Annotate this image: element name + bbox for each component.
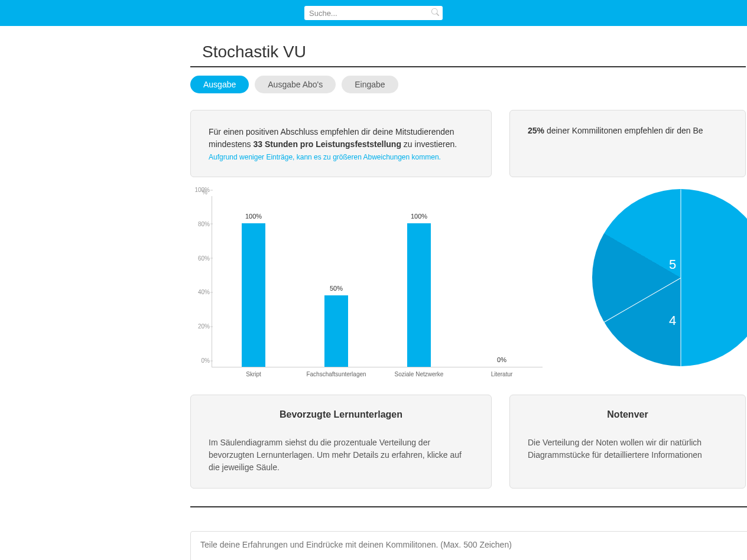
desc-card-left: Bevorzugte Lernunterlagen Im Säulendiagr… (190, 395, 492, 489)
rec-right-text: deiner Kommilitonen empfehlen dir den Be (544, 126, 703, 135)
bar-cat-2: Soziale Netzwerke (378, 371, 460, 377)
pie-divider-1 (681, 190, 681, 278)
bar-2[interactable]: 100% (407, 223, 431, 367)
tab-ausgabe-abos[interactable]: Ausgabe Abo's (255, 76, 336, 93)
bar-val-3: 0% (497, 356, 506, 363)
tab-ausgabe[interactable]: Ausgabe (190, 76, 249, 93)
bar-val-1: 50% (330, 285, 343, 292)
bar-col-0[interactable]: 100% Skript (212, 223, 295, 367)
y-tick-100: 100% (192, 187, 210, 193)
search-wrap (304, 6, 443, 20)
desc-text-left: Im Säulendiagramm siehst du die prozentu… (209, 437, 473, 474)
pie-divider-2 (681, 278, 681, 367)
y-tick-60: 60% (192, 255, 210, 261)
bar-col-1[interactable]: 50% Fachschaftsunterlagen (295, 295, 378, 367)
recommendation-right-card: 25% deiner Kommilitonen empfehlen dir de… (509, 110, 746, 177)
search-input[interactable] (304, 6, 443, 20)
bar-val-2: 100% (411, 213, 427, 220)
y-tick-20: 20% (192, 323, 210, 330)
section-divider (190, 506, 747, 507)
tab-eingabe[interactable]: Eingabe (342, 76, 398, 93)
y-tick-40: 40% (192, 289, 210, 295)
recommendation-card: Für einen positiven Abschluss empfehlen … (190, 110, 492, 177)
bar-col-2[interactable]: 100% Soziale Netzwerke (378, 223, 460, 367)
pie-label-4: 4 (669, 313, 676, 328)
feedback-textarea[interactable] (190, 531, 747, 560)
rec-right-bold: 25% (528, 126, 544, 135)
recommendation-note[interactable]: Aufgrund weniger Einträge, kann es zu gr… (209, 153, 473, 161)
pie-label-5: 5 (669, 257, 676, 272)
desc-text-right: Die Verteilung der Noten wollen wir dir … (528, 437, 727, 461)
desc-title-right: Notenver (528, 409, 727, 420)
bar-chart: % 0% 20% 40% 60% 80% 100% 100% Skript 50… (190, 189, 539, 384)
recommendation-text: Für einen positiven Abschluss empfehlen … (209, 126, 473, 151)
bar-1[interactable]: 50% (324, 295, 348, 367)
recommendation-right-text: 25% deiner Kommilitonen empfehlen dir de… (528, 126, 727, 135)
desc-card-right: Notenver Die Verteilung der Noten wollen… (509, 395, 746, 489)
bar-cat-1: Fachschaftsunterlagen (295, 371, 378, 377)
pie[interactable]: 5 4 (592, 189, 747, 366)
topbar (0, 0, 747, 26)
bar-cat-3: Literatur (460, 371, 543, 377)
bar-plot: 0% 20% 40% 60% 80% 100% 100% Skript 50% … (212, 196, 543, 367)
y-tick-0: 0% (192, 357, 210, 364)
bar-0[interactable]: 100% (242, 223, 265, 367)
y-tick-80: 80% (192, 220, 210, 227)
bar-val-0: 100% (245, 213, 262, 220)
pie-chart: 5 4 (557, 189, 746, 384)
bar-cat-0: Skript (212, 371, 295, 377)
desc-title-left: Bevorzugte Lernunterlagen (209, 409, 473, 420)
tabs: Ausgabe Ausgabe Abo's Eingabe (190, 76, 746, 93)
rec-suffix: zu investieren. (401, 139, 457, 149)
rec-bold: 33 Stunden pro Leistungsfeststellung (253, 139, 401, 149)
page-title: Stochastik VU (190, 38, 746, 67)
